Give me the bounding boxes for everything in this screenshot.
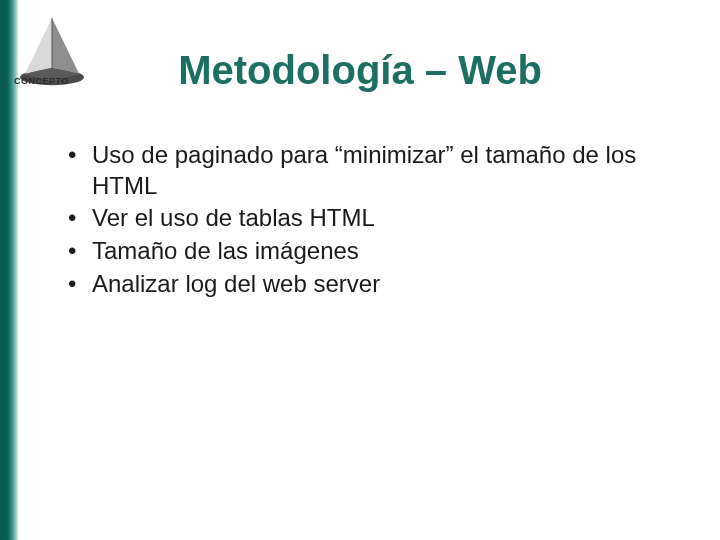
list-item: Analizar log del web server — [58, 269, 680, 300]
list-item: Uso de paginado para “minimizar” el tama… — [58, 140, 680, 201]
list-item: Tamaño de las imágenes — [58, 236, 680, 267]
list-item: Ver el uso de tablas HTML — [58, 203, 680, 234]
slide-title: Metodología – Web — [0, 48, 720, 93]
bullet-list: Uso de paginado para “minimizar” el tama… — [58, 140, 680, 302]
